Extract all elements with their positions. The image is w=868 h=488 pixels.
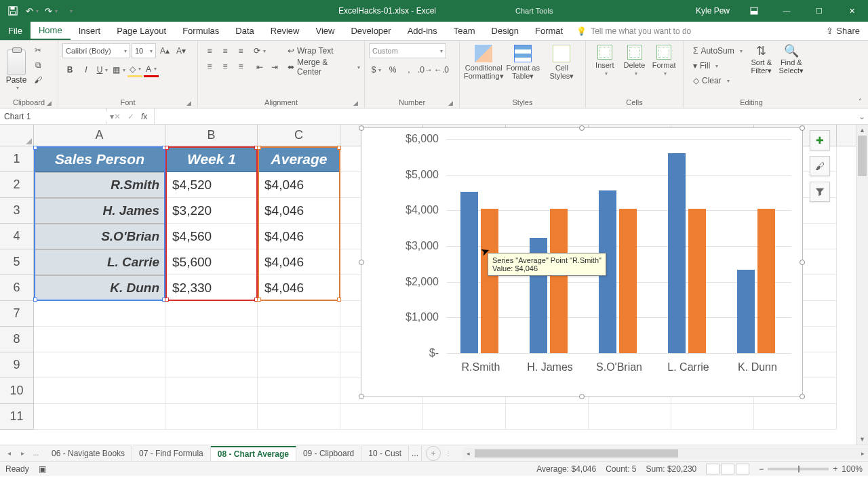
align-bottom-icon[interactable]: ≡: [233, 43, 248, 58]
format-as-table-button[interactable]: Format asTable▾: [504, 43, 542, 80]
row-header[interactable]: 5: [0, 249, 33, 275]
bar-week1[interactable]: [668, 153, 686, 353]
fx-icon[interactable]: fx: [141, 112, 147, 121]
align-right-icon[interactable]: ≡: [233, 59, 248, 74]
accounting-icon[interactable]: $▾: [369, 62, 384, 77]
copy-icon[interactable]: ⧉: [31, 58, 45, 72]
decrease-font-icon[interactable]: A▾: [174, 43, 189, 58]
cell[interactable]: [34, 301, 165, 327]
page-break-view-icon[interactable]: [736, 464, 749, 474]
scrollbar-thumb[interactable]: [475, 449, 678, 458]
merge-center-button[interactable]: ⬌Merge & Center▾: [288, 60, 360, 75]
row-header[interactable]: 2: [0, 172, 33, 198]
fill-button[interactable]: ▾Fill▾: [693, 58, 743, 73]
row-header[interactable]: 11: [0, 404, 33, 430]
zoom-out-icon[interactable]: −: [759, 464, 764, 474]
chart-resize-handle[interactable]: [579, 394, 585, 399]
horizontal-scrollbar[interactable]: ◂ ▸: [462, 448, 868, 459]
row-header[interactable]: 7: [0, 301, 33, 327]
normal-view-icon[interactable]: [706, 464, 719, 474]
italic-icon[interactable]: I: [79, 62, 94, 77]
paste-button[interactable]: Paste▾: [4, 43, 28, 91]
sheet-tab[interactable]: 06 - Navigate Books: [45, 446, 132, 461]
cell[interactable]: [165, 352, 258, 378]
cell[interactable]: [165, 378, 258, 404]
increase-decimal-icon[interactable]: .0→: [418, 62, 433, 77]
tab-formulas[interactable]: Formulas: [174, 22, 227, 40]
cell[interactable]: [34, 327, 165, 352]
chart-resize-handle[interactable]: [359, 125, 364, 131]
maximize-icon[interactable]: ☐: [804, 1, 834, 21]
tab-scroll-more-icon[interactable]: ...: [30, 447, 42, 460]
decrease-indent-icon[interactable]: ⇤: [252, 60, 267, 75]
dialog-launcher-icon[interactable]: ◢: [185, 100, 192, 106]
undo-icon[interactable]: ↶▾: [23, 2, 41, 20]
cell[interactable]: H. James: [34, 198, 165, 224]
row-header[interactable]: 4: [0, 224, 33, 249]
cell[interactable]: [258, 327, 340, 352]
cell[interactable]: [258, 352, 340, 378]
tab-page-layout[interactable]: Page Layout: [108, 22, 174, 40]
collapse-ribbon-icon[interactable]: ˄: [854, 96, 865, 106]
zoom-in-icon[interactable]: +: [833, 464, 837, 474]
cell[interactable]: $2,330: [165, 275, 258, 301]
align-center-icon[interactable]: ≡: [218, 59, 233, 74]
tab-developer[interactable]: Developer: [342, 22, 399, 40]
percent-icon[interactable]: %: [385, 62, 400, 77]
sheet-tab-active[interactable]: 08 - Chart Average: [211, 446, 296, 461]
wrap-text-button[interactable]: ↩Wrap Text: [288, 43, 360, 58]
tab-review[interactable]: Review: [262, 22, 308, 40]
save-icon[interactable]: [4, 2, 22, 20]
bold-icon[interactable]: B: [62, 62, 77, 77]
chart-resize-handle[interactable]: [800, 394, 805, 399]
increase-indent-icon[interactable]: ⇥: [267, 60, 282, 75]
increase-font-icon[interactable]: A▴: [157, 43, 172, 58]
clear-button[interactable]: ◇Clear▾: [693, 73, 743, 88]
row-header[interactable]: 6: [0, 275, 33, 301]
insert-cells-button[interactable]: Insert▾: [590, 43, 620, 77]
bar-average[interactable]: [757, 209, 775, 353]
cell[interactable]: $4,046: [258, 172, 340, 198]
cell[interactable]: [258, 378, 340, 404]
tab-view[interactable]: View: [307, 22, 342, 40]
cell[interactable]: Week 1: [165, 146, 258, 172]
scroll-down-icon[interactable]: ▼: [856, 434, 868, 445]
vertical-scrollbar[interactable]: ▲ ▼: [856, 125, 868, 445]
page-layout-view-icon[interactable]: [721, 464, 734, 474]
chart-resize-handle[interactable]: [579, 125, 585, 131]
dialog-launcher-icon[interactable]: ◢: [352, 100, 359, 106]
cell[interactable]: [423, 404, 506, 430]
name-box-input[interactable]: [0, 112, 110, 121]
sort-filter-icon[interactable]: ⇅: [754, 43, 769, 58]
share-button[interactable]: ⇪ Share: [818, 22, 868, 40]
cell[interactable]: $4,046: [258, 249, 340, 275]
cell[interactable]: R.Smith: [34, 172, 165, 198]
cell[interactable]: [589, 404, 671, 430]
macro-record-icon[interactable]: ▣: [39, 464, 46, 474]
delete-cells-button[interactable]: Delete▾: [620, 43, 650, 77]
new-sheet-button[interactable]: +: [426, 446, 441, 461]
expand-formula-bar-icon[interactable]: ⌄: [856, 108, 868, 124]
cell[interactable]: $4,046: [258, 198, 340, 224]
sheet-tab-overflow[interactable]: ...: [409, 446, 422, 461]
bar-average[interactable]: [688, 209, 706, 353]
tab-design[interactable]: Design: [484, 22, 527, 40]
scrollbar-thumb[interactable]: [858, 136, 867, 176]
row-header[interactable]: 3: [0, 198, 33, 224]
tab-addins[interactable]: Add-ins: [399, 22, 446, 40]
orientation-icon[interactable]: ⟳▾: [252, 43, 267, 58]
chart-object[interactable]: $6,000$5,000$4,000$3,000$2,000$1,000$-R.…: [361, 127, 803, 397]
chart-resize-handle[interactable]: [359, 394, 364, 399]
align-top-icon[interactable]: ≡: [202, 43, 217, 58]
cell[interactable]: [754, 404, 837, 430]
sheet-tab[interactable]: 07 - Find Formula: [132, 446, 211, 461]
row-header[interactable]: 10: [0, 378, 33, 404]
cell[interactable]: $4,046: [258, 275, 340, 301]
cell[interactable]: [34, 404, 165, 430]
cell[interactable]: L. Carrie: [34, 249, 165, 275]
autosum-button[interactable]: ΣAutoSum▾: [693, 43, 743, 58]
cell[interactable]: $5,600: [165, 249, 258, 275]
select-all-triangle[interactable]: [0, 125, 34, 146]
tab-data[interactable]: Data: [227, 22, 262, 40]
chart-resize-handle[interactable]: [800, 260, 805, 265]
